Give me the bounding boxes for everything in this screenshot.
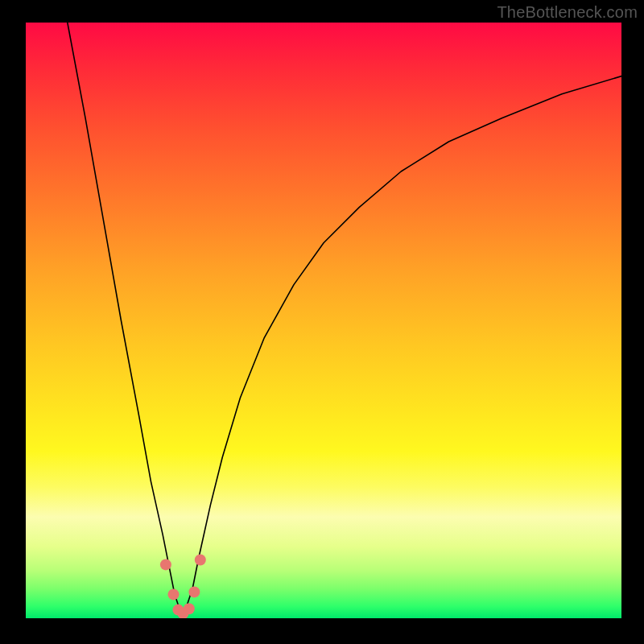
- marker-point: [168, 588, 180, 600]
- marker-point: [195, 555, 206, 566]
- marker-point: [188, 586, 200, 597]
- watermark-text: TheBottleneck.com: [497, 3, 638, 22]
- marker-point: [184, 603, 195, 614]
- marker-point: [160, 559, 171, 570]
- chart-frame: TheBottleneck.com: [0, 0, 644, 644]
- bottleneck-curve: [68, 23, 621, 613]
- plot-svg: [26, 23, 621, 618]
- plot-area: [26, 23, 621, 618]
- minimum-markers: [160, 555, 206, 619]
